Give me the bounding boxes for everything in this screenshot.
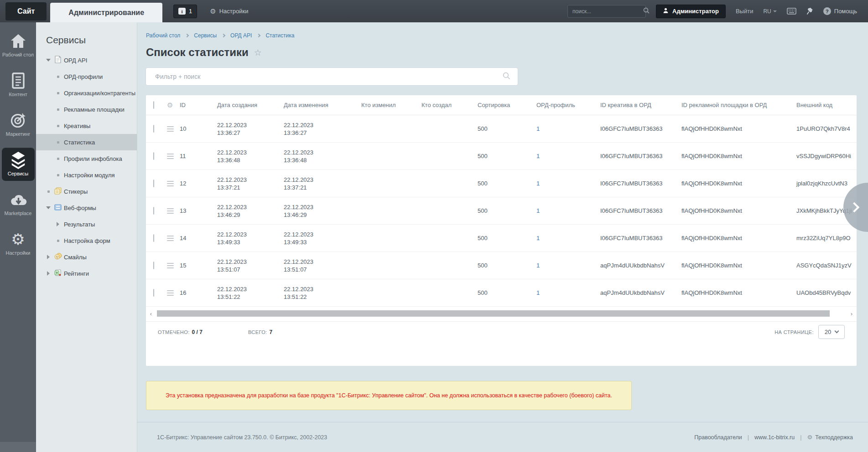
bullet-icon — [57, 125, 59, 127]
breadcrumb-link[interactable]: Сервисы — [194, 32, 217, 39]
ord-profile-link[interactable]: 1 — [536, 207, 540, 214]
breadcrumb-link[interactable]: Рабочий стол — [146, 32, 180, 39]
doc-icon — [55, 56, 61, 65]
menu-item-ad-platforms[interactable]: Рекламные площадки — [36, 101, 137, 118]
logout-link[interactable]: Выйти — [736, 8, 754, 15]
column-header[interactable]: Кто изменил — [361, 102, 421, 108]
sidebar-item-settings[interactable]: ⚙Настройки — [2, 227, 35, 260]
current-user-button[interactable]: Администратор — [656, 5, 726, 18]
row-actions-menu-icon[interactable] — [167, 290, 174, 296]
cell-id: 13 — [180, 207, 217, 214]
sidebar-item-desktop[interactable]: Рабочий стол — [2, 29, 35, 62]
favorite-star-icon[interactable]: ☆ — [254, 48, 262, 57]
filter-search-input[interactable] — [155, 73, 503, 80]
expander-closed-icon[interactable] — [47, 271, 50, 276]
per-page-select[interactable]: 20 — [818, 325, 845, 339]
bullet-icon — [57, 108, 59, 111]
checked-label: ОТМЕЧЕНО: — [158, 329, 190, 335]
bitrix-site-link[interactable]: www.1c-bitrix.ru — [754, 434, 795, 441]
sidebar-item-label: Контент — [9, 92, 27, 98]
rights-holders-link[interactable]: Правообладатели — [694, 434, 742, 441]
ord-profile-link[interactable]: 1 — [536, 153, 540, 159]
menu-item-iblock-profiles[interactable]: Профили инфоблока — [36, 150, 137, 167]
row-checkbox[interactable] — [153, 289, 154, 297]
topbar-tabs: Сайт Администрирование — [0, 0, 162, 22]
row-checkbox[interactable] — [153, 207, 154, 215]
topbar-settings-button[interactable]: ⚙ Настройки — [210, 8, 248, 15]
expander-open-icon[interactable] — [46, 59, 51, 62]
column-header[interactable]: Внешний код — [796, 102, 857, 108]
column-header[interactable]: ID рекламной площадки в ОРД — [681, 102, 796, 108]
menu-item-results[interactable]: Результаты — [36, 216, 137, 232]
column-header[interactable]: Кто создал — [421, 102, 478, 108]
menu-item-web-forms[interactable]: Веб-формы — [36, 200, 137, 216]
language-dropdown[interactable]: RU — [763, 8, 776, 15]
breadcrumb-link[interactable]: ОРД API — [230, 32, 252, 39]
filter-bar[interactable] — [146, 68, 518, 85]
rating-icon — [54, 269, 62, 278]
administration-tab[interactable]: Администрирование — [50, 3, 162, 22]
row-checkbox[interactable] — [153, 234, 154, 242]
table-settings-gear-icon[interactable]: ⚙ — [167, 101, 173, 109]
column-header[interactable]: ОРД-профиль — [536, 102, 600, 108]
row-checkbox[interactable] — [153, 125, 154, 133]
column-header[interactable]: Дата создания — [217, 102, 284, 108]
menu-item-ord-profiles[interactable]: ОРД-профили — [36, 68, 137, 85]
select-all-checkbox[interactable] — [153, 101, 154, 109]
row-actions-menu-icon[interactable] — [167, 208, 174, 214]
cell-external-code: mrz32ZiUq7YL8p9O — [796, 235, 857, 241]
pin-icon[interactable] — [806, 7, 813, 15]
sidebar-item-marketing[interactable]: Маркетинг — [2, 108, 35, 141]
scroll-right-arrow[interactable]: › — [848, 311, 855, 317]
sidebar-item-marketplace[interactable]: Marketplace — [2, 187, 35, 221]
row-checkbox[interactable] — [153, 262, 154, 269]
menu-item-ord-api[interactable]: ОРД API — [36, 52, 137, 68]
ord-profile-link[interactable]: 1 — [536, 289, 540, 296]
site-tab-button[interactable]: Сайт — [5, 2, 47, 21]
cell-creative-id: aqPJm4dUUkbdbNahsV — [600, 262, 681, 269]
row-actions-menu-icon[interactable] — [167, 181, 174, 186]
menu-item-smileys[interactable]: Смайлы — [36, 249, 137, 265]
menu-item-ratings[interactable]: Рейтинги — [36, 265, 137, 282]
hotkeys-keyboard-icon[interactable] — [787, 8, 796, 15]
menu-item-module-settings[interactable]: Настройки модуля — [36, 167, 137, 183]
row-checkbox[interactable] — [153, 152, 154, 160]
menu-item-statistics[interactable]: Статистика — [36, 134, 137, 150]
row-actions-menu-icon[interactable] — [167, 236, 174, 241]
topbar-search-input[interactable] — [572, 8, 643, 15]
menu-item-creatives[interactable]: Креативы — [36, 118, 137, 134]
topbar-search[interactable] — [567, 5, 646, 18]
target-icon — [10, 112, 26, 129]
cell-platform-id: flAQjOfHHD0K8wmNxt — [681, 289, 796, 296]
row-actions-menu-icon[interactable] — [167, 263, 174, 268]
expander-open-icon[interactable] — [46, 206, 51, 209]
row-actions-menu-icon[interactable] — [167, 154, 174, 159]
scroll-left-arrow[interactable]: ‹ — [148, 311, 154, 317]
help-button[interactable]: ? Помощь — [823, 7, 857, 15]
menu-item-label: Рейтинги — [64, 270, 89, 277]
sidebar-item-content[interactable]: Контент — [2, 68, 35, 102]
ord-profile-link[interactable]: 1 — [536, 262, 540, 269]
expander-closed-icon[interactable] — [47, 255, 50, 259]
ord-profile-link[interactable]: 1 — [536, 125, 540, 132]
column-header[interactable]: ID — [180, 102, 217, 108]
menu-item-stickers[interactable]: Стикеры — [36, 183, 137, 200]
menu-item-form-settings[interactable]: Настройка форм — [36, 232, 137, 249]
row-checkbox[interactable] — [153, 180, 154, 187]
breadcrumb-link[interactable]: Статистика — [265, 32, 294, 39]
notifications-button[interactable]: i 1 — [173, 5, 197, 18]
ord-profile-link[interactable]: 1 — [536, 180, 540, 187]
sidebar-item-services[interactable]: Сервисы — [2, 148, 35, 181]
column-header[interactable]: Сортировка — [478, 102, 536, 108]
checked-value: 0 / 7 — [192, 329, 203, 335]
row-actions-menu-icon[interactable] — [167, 126, 174, 132]
scrollbar-track[interactable] — [154, 310, 848, 317]
sidebar-collapse-button[interactable] — [0, 442, 36, 452]
ord-profile-link[interactable]: 1 — [536, 235, 540, 241]
menu-item-organizations[interactable]: Организации/контрагенты — [36, 85, 137, 101]
scrollbar-thumb[interactable] — [157, 310, 830, 317]
expander-closed-icon[interactable] — [57, 222, 59, 226]
tech-support-link[interactable]: ⚙ Техподдержка — [807, 434, 853, 441]
column-header[interactable]: ID креатива в ОРД — [600, 102, 681, 108]
column-header[interactable]: Дата изменения — [284, 102, 361, 108]
